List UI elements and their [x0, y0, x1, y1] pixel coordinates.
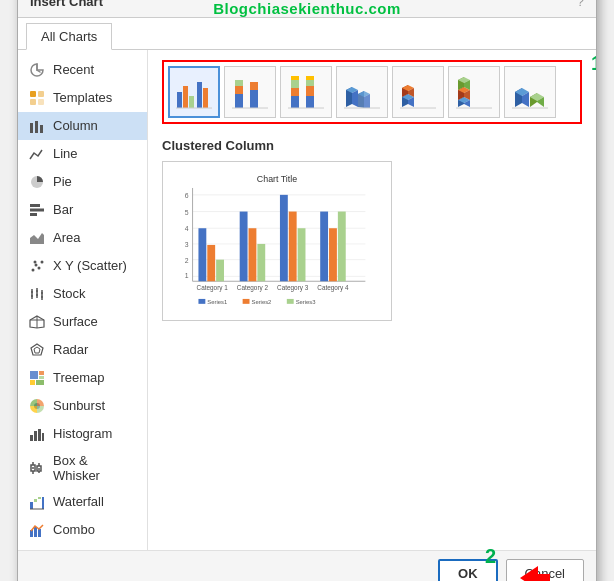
main-panel: 1: [148, 50, 596, 550]
sidebar-item-stock[interactable]: Stock: [18, 280, 147, 308]
sunburst-icon: [28, 397, 46, 415]
stock-icon: [28, 285, 46, 303]
svg-rect-67: [250, 82, 258, 90]
svg-rect-32: [39, 371, 44, 375]
chart-type-3d-column[interactable]: [504, 66, 556, 118]
histogram-icon: [28, 425, 46, 443]
sidebar-item-histogram[interactable]: Histogram: [18, 420, 147, 448]
sidebar-item-templates[interactable]: Templates: [18, 84, 147, 112]
chart-type-3d-100-stacked-column[interactable]: [448, 66, 500, 118]
title-bar: Insert Chart ?: [18, 0, 596, 18]
sidebar-item-column[interactable]: Column: [18, 112, 147, 140]
svg-point-15: [41, 260, 44, 263]
svg-rect-65: [235, 80, 243, 86]
sidebar-item-combo[interactable]: Combo: [18, 516, 147, 544]
svg-rect-132: [298, 228, 306, 281]
annotation-1: 1: [591, 52, 596, 75]
svg-rect-51: [38, 497, 41, 499]
sidebar-label-area: Area: [53, 230, 80, 245]
sidebar-label-line: Line: [53, 146, 78, 161]
svg-rect-0: [30, 91, 36, 97]
sidebar-item-line[interactable]: Line: [18, 140, 147, 168]
svg-text:Category 1: Category 1: [197, 284, 229, 292]
tab-all-charts[interactable]: All Charts: [26, 23, 112, 50]
svg-rect-127: [240, 211, 248, 281]
arrow-2-icon: [520, 566, 550, 582]
chart-type-3d-clustered-column[interactable]: [336, 66, 388, 118]
sidebar-item-box-whisker[interactable]: Box & Whisker: [18, 448, 147, 488]
svg-text:4: 4: [185, 225, 189, 232]
chart-types-row: [162, 60, 582, 124]
svg-rect-64: [235, 86, 243, 94]
chart-type-3d-stacked-column[interactable]: [392, 66, 444, 118]
svg-rect-55: [34, 527, 37, 537]
sidebar-item-surface[interactable]: Surface: [18, 308, 147, 336]
svg-marker-80: [352, 90, 358, 107]
svg-text:1: 1: [185, 272, 189, 279]
svg-rect-72: [291, 76, 299, 80]
svg-rect-37: [30, 435, 33, 441]
svg-rect-35: [36, 380, 44, 385]
chart-type-clustered-column[interactable]: [168, 66, 220, 118]
svg-rect-39: [38, 429, 41, 441]
svg-rect-140: [198, 298, 205, 303]
svg-rect-40: [42, 433, 44, 441]
svg-rect-76: [306, 76, 314, 80]
radar-icon: [28, 341, 46, 359]
sidebar-item-area[interactable]: Area: [18, 224, 147, 252]
sidebar-item-waterfall[interactable]: Waterfall: [18, 488, 147, 516]
line-icon: [28, 145, 46, 163]
svg-rect-8: [30, 204, 40, 207]
svg-rect-33: [39, 376, 44, 379]
recent-icon: [28, 61, 46, 79]
svg-rect-6: [40, 125, 43, 133]
svg-text:6: 6: [185, 191, 189, 198]
sidebar-item-radar[interactable]: Radar: [18, 336, 147, 364]
sidebar-item-treemap[interactable]: Treemap: [18, 364, 147, 392]
sidebar-item-bar[interactable]: Bar: [18, 196, 147, 224]
svg-rect-135: [338, 211, 346, 281]
templates-icon: [28, 89, 46, 107]
svg-rect-60: [197, 82, 202, 108]
sidebar-label-pie: Pie: [53, 174, 72, 189]
svg-rect-124: [198, 228, 206, 281]
sidebar-label-scatter: X Y (Scatter): [53, 258, 127, 273]
svg-rect-59: [189, 96, 194, 108]
svg-rect-126: [216, 259, 224, 281]
sidebar-item-recent[interactable]: Recent: [18, 56, 147, 84]
sidebar-label-treemap: Treemap: [53, 370, 105, 385]
sidebar-item-sunburst[interactable]: Sunburst: [18, 392, 147, 420]
svg-rect-73: [306, 96, 314, 108]
dialog-title: Insert Chart: [30, 0, 103, 9]
sidebar: Recent Templates: [18, 50, 148, 550]
svg-rect-71: [291, 80, 299, 88]
svg-rect-31: [30, 371, 38, 379]
sidebar-label-stock: Stock: [53, 286, 86, 301]
svg-rect-5: [35, 121, 38, 133]
svg-rect-66: [250, 90, 258, 108]
sidebar-label-radar: Radar: [53, 342, 88, 357]
help-button[interactable]: ?: [577, 0, 584, 9]
box-whisker-icon: [28, 459, 46, 477]
sidebar-item-scatter[interactable]: X Y (Scatter): [18, 252, 147, 280]
sidebar-label-box-whisker: Box & Whisker: [53, 453, 137, 483]
treemap-icon: [28, 369, 46, 387]
svg-rect-134: [329, 228, 337, 281]
svg-text:Series3: Series3: [296, 298, 317, 304]
chart-preview: Chart Title 6 5 4 3 2 1: [162, 161, 392, 321]
svg-rect-75: [306, 80, 314, 86]
svg-rect-131: [289, 211, 297, 281]
svg-rect-63: [235, 94, 243, 108]
sidebar-label-histogram: Histogram: [53, 426, 112, 441]
sidebar-item-pie[interactable]: Pie: [18, 168, 147, 196]
svg-rect-133: [320, 211, 328, 281]
chart-type-stacked-column[interactable]: [224, 66, 276, 118]
svg-marker-11: [30, 233, 44, 244]
svg-text:Chart Title: Chart Title: [257, 174, 297, 184]
chart-type-100-stacked-column[interactable]: [280, 66, 332, 118]
waterfall-icon: [28, 493, 46, 511]
svg-rect-50: [34, 499, 37, 502]
sidebar-label-recent: Recent: [53, 62, 94, 77]
svg-text:2: 2: [185, 256, 189, 263]
svg-rect-10: [30, 213, 37, 216]
